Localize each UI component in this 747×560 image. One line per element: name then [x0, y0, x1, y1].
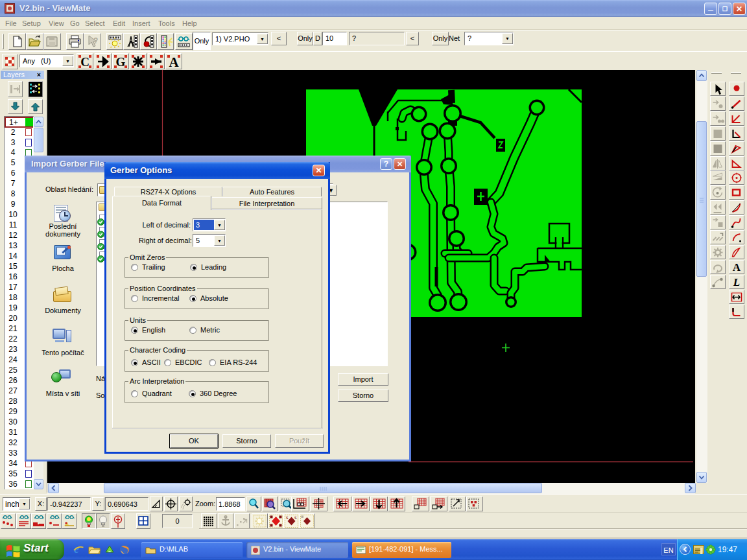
svg-text:C: C	[80, 55, 89, 69]
svg-text:G: G	[116, 55, 126, 69]
svg-text:s: s	[286, 515, 289, 520]
svg-text:s: s	[294, 515, 297, 520]
svg-text:A: A	[733, 261, 741, 274]
svg-text:?: ?	[93, 36, 98, 45]
svg-text:A: A	[169, 54, 179, 69]
svg-text:L: L	[733, 276, 740, 288]
